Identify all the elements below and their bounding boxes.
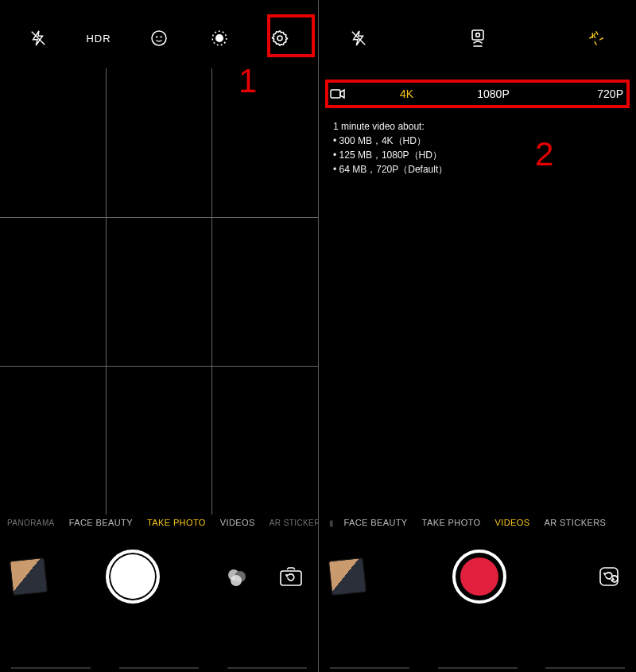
stabilization-icon[interactable] — [459, 19, 497, 57]
hdr-label: HDR — [86, 33, 111, 45]
callout-box-settings — [267, 14, 315, 57]
flash-off-icon[interactable] — [19, 19, 57, 57]
bottom-controls — [319, 545, 636, 608]
svg-point-2 — [216, 35, 223, 41]
nav-bar-strip — [11, 667, 307, 670]
mode-videos[interactable]: VIDEOS — [488, 518, 537, 527]
record-button[interactable] — [452, 550, 506, 604]
mode-ar-stickers[interactable]: AR STICKERS — [537, 518, 613, 527]
mode-panorama[interactable]: PANORAMA — [0, 519, 62, 527]
shutter-button[interactable] — [106, 550, 160, 604]
svg-point-1 — [152, 31, 166, 45]
gallery-thumbnail[interactable] — [10, 557, 48, 596]
switch-camera-button[interactable] — [275, 564, 307, 589]
mode-face-beauty[interactable]: FACE BEAUTY — [336, 518, 414, 527]
mode-selector[interactable]: PANORAMA FACE BEAUTY TAKE PHOTO VIDEOS A… — [0, 513, 318, 532]
right-controls-group — [593, 564, 625, 589]
svg-point-11 — [475, 33, 479, 37]
mode-take-photo[interactable]: TAKE PHOTO — [415, 518, 488, 527]
svg-rect-12 — [331, 90, 340, 98]
right-controls-group — [219, 559, 307, 594]
live-photo-icon[interactable] — [200, 19, 238, 57]
flash-off-icon[interactable] — [339, 19, 378, 57]
resolution-720p[interactable]: 720P — [537, 87, 626, 100]
video-resolution-icon[interactable] — [577, 19, 615, 57]
svg-point-7 — [231, 575, 242, 586]
screen-photo-mode: HDR 1 — [0, 0, 318, 672]
callout-number-2: 2 — [535, 135, 553, 173]
resolution-1080p[interactable]: 1080P — [450, 87, 537, 100]
gallery-thumbnail[interactable] — [328, 557, 366, 596]
mode-selector[interactable]: ▮ FACE BEAUTY TAKE PHOTO VIDEOS AR STICK… — [319, 513, 636, 532]
resolution-selector: 4K 1080P 720P — [328, 83, 626, 105]
info-line-1: • 125 MB，1080P（HD） — [333, 148, 448, 162]
nav-bar-strip — [330, 667, 625, 670]
switch-camera-button[interactable] — [593, 564, 625, 589]
info-line-2: • 64 MB，720P（Default） — [333, 162, 448, 177]
filters-button[interactable] — [219, 559, 254, 594]
resolution-info: 1 minute video about: • 300 MB，4K（HD） • … — [333, 119, 448, 177]
svg-rect-10 — [472, 30, 483, 40]
mode-face-beauty[interactable]: FACE BEAUTY — [62, 518, 140, 527]
top-icon-bar — [319, 19, 636, 57]
info-title: 1 minute video about: — [333, 119, 448, 134]
info-line-0: • 300 MB，4K（HD） — [333, 134, 448, 148]
mode-ar-stickers[interactable]: AR STICKERS — [262, 519, 318, 527]
svg-rect-8 — [281, 571, 301, 585]
beauty-mode-icon[interactable] — [140, 19, 178, 57]
bottom-controls — [0, 545, 318, 608]
mode-take-photo[interactable]: TAKE PHOTO — [140, 518, 213, 527]
video-icon — [328, 88, 347, 99]
resolution-4k[interactable]: 4K — [363, 87, 450, 100]
screen-video-mode: 2 4K 1080P 720P 1 minute video about: • … — [318, 0, 636, 672]
mode-edge-hidden: ▮ — [322, 519, 336, 527]
composition-grid — [0, 68, 318, 515]
mode-videos[interactable]: VIDEOS — [213, 518, 262, 527]
hdr-toggle[interactable]: HDR — [80, 19, 118, 57]
svg-rect-13 — [600, 568, 618, 585]
